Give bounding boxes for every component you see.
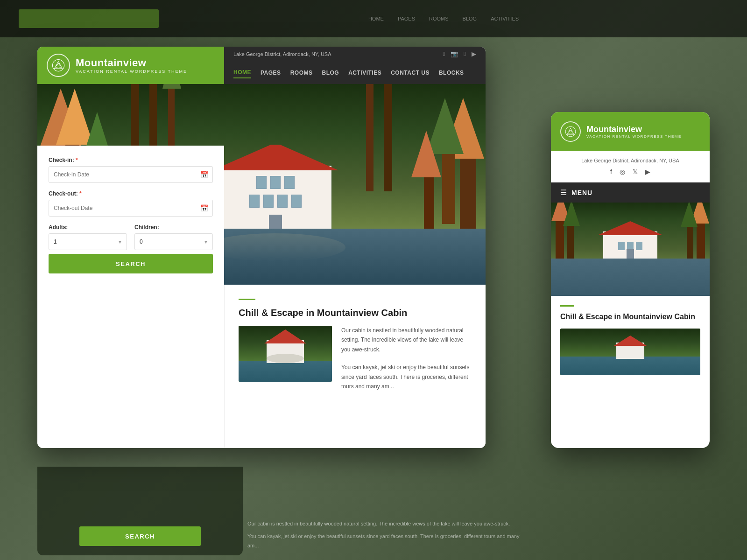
checkout-calendar-icon: 📅 xyxy=(200,204,208,212)
top-bg-green-block xyxy=(19,9,159,28)
checkout-input[interactable] xyxy=(49,200,213,217)
mobile-hero-building xyxy=(598,222,663,259)
search-form-panel: Check-in: * 📅 Check-out: * 📅 xyxy=(37,146,224,285)
nav-blocks[interactable]: BLOCKS xyxy=(439,70,464,78)
top-bg-nav-4: BLOG xyxy=(463,16,477,21)
mobile-hero xyxy=(551,203,710,296)
desktop-brand-sub: VACATION RENTAL WORDPRESS THEME xyxy=(76,69,187,74)
mobile-youtube-icon[interactable]: ▶ xyxy=(645,168,650,175)
mobile-instagram-icon[interactable]: ◎ xyxy=(620,168,625,175)
top-bg-nav-5: ACTIVITIES xyxy=(491,16,519,21)
desktop-logo-area: Mountainview VACATION RENTAL WORDPRESS T… xyxy=(37,47,224,84)
desktop-header: Mountainview VACATION RENTAL WORDPRESS T… xyxy=(37,47,486,84)
hero-building xyxy=(205,147,345,231)
bottom-blur-left: SEARCH xyxy=(37,467,243,555)
nav-contact-us[interactable]: CONTACT US xyxy=(391,70,430,78)
content-title: Chill & Escape in Mountainview Cabin xyxy=(239,308,472,318)
content-body: Our cabin is nestled in beautifully wood… xyxy=(239,326,472,391)
desktop-content: Chill & Escape in Mountainview Cabin Our… xyxy=(37,285,486,448)
checkin-input-wrapper: 📅 xyxy=(49,166,213,183)
checkin-input[interactable] xyxy=(49,166,213,183)
desktop-logo-icon xyxy=(47,54,70,77)
svg-marker-3 xyxy=(567,128,574,134)
content-thumbnail xyxy=(239,326,332,382)
bottom-text-1: Our cabin is nestled in beautifully wood… xyxy=(247,519,528,529)
mobile-menu-label: MENU xyxy=(571,189,592,196)
checkin-required: * xyxy=(76,157,78,163)
nav-activities[interactable]: ACTIVITIES xyxy=(348,70,381,78)
mobile-nav[interactable]: ☰ MENU xyxy=(551,182,710,203)
bottom-search-button[interactable]: SEARCH xyxy=(79,526,201,546)
desktop-nav-area: Lake George District, Adirondack, NY, US… xyxy=(224,47,486,84)
top-bg-nav-3: ROOMS xyxy=(429,16,449,21)
mobile-brand-name: Mountainview xyxy=(586,125,682,134)
mobile-mockup: Mountainview VACATION RENTAL WORDPRESS T… xyxy=(551,112,710,448)
desktop-content-left-pad xyxy=(37,285,224,448)
mobile-facebook-icon[interactable]: f xyxy=(610,168,612,175)
checkin-group: Check-in: * 📅 xyxy=(49,157,213,183)
checkout-input-wrapper: 📅 xyxy=(49,200,213,217)
nav-home[interactable]: HOME xyxy=(233,69,251,78)
bottom-right-content: Our cabin is nestled in beautifully wood… xyxy=(247,519,528,551)
mobile-content: Chill & Escape in Mountainview Cabin xyxy=(551,296,710,385)
thumb-lake xyxy=(239,361,332,382)
thumb-roof xyxy=(264,329,306,343)
checkout-group: Check-out: * 📅 xyxy=(49,190,213,217)
mobile-logo-icon xyxy=(560,121,581,142)
top-bg-nav: HOME PAGES ROOMS BLOG ACTIVITIES xyxy=(159,16,728,21)
nav-pages[interactable]: PAGES xyxy=(261,70,281,78)
mobile-hero-water xyxy=(551,259,710,296)
checkout-label: Check-out: * xyxy=(49,190,213,197)
mobile-thumb-roof xyxy=(614,336,647,346)
desktop-nav-top: Lake George District, Adirondack, NY, US… xyxy=(233,50,476,57)
hamburger-icon: ☰ xyxy=(560,188,567,197)
checkin-calendar-icon: 📅 xyxy=(200,171,208,178)
desktop-nav-links: HOME PAGES ROOMS BLOG ACTIVITIES CONTACT… xyxy=(233,69,476,80)
desktop-social-icons:  📷  ▶ xyxy=(443,50,477,57)
checkin-label: Check-in: * xyxy=(49,157,213,163)
children-select-wrapper: 0 1 2 3 ▼ xyxy=(134,233,213,250)
mobile-thumb-water xyxy=(560,357,700,375)
top-bg-nav-1: HOME xyxy=(368,16,384,21)
desktop-mockup: Mountainview VACATION RENTAL WORDPRESS T… xyxy=(37,47,486,448)
mobile-content-title: Chill & Escape in Mountainview Cabin xyxy=(560,312,700,322)
mobile-content-divider xyxy=(560,305,574,307)
svg-marker-1 xyxy=(55,62,63,69)
content-divider xyxy=(239,299,255,300)
guests-row: Adults: 1 2 3 4 ▼ Children: xyxy=(49,224,213,250)
children-label: Children: xyxy=(134,224,213,231)
checkout-required: * xyxy=(79,190,82,197)
top-bg-nav-2: PAGES xyxy=(398,16,415,21)
mobile-info-bar: Lake George District, Adirondack, NY, US… xyxy=(551,151,710,182)
desktop-content-right: Chill & Escape in Mountainview Cabin Our… xyxy=(224,285,486,448)
nav-blog[interactable]: BLOG xyxy=(322,70,339,78)
mobile-twitter-icon[interactable]: 𝕏 xyxy=(633,168,638,175)
mobile-logo-text: Mountainview VACATION RENTAL WORDPRESS T… xyxy=(586,125,682,139)
desktop-brand-name: Mountainview xyxy=(76,57,187,69)
bottom-text-2: You can kayak, jet ski or enjoy the beau… xyxy=(247,532,528,551)
adults-label: Adults: xyxy=(49,224,127,231)
top-bg-bar: HOME PAGES ROOMS BLOG ACTIVITIES xyxy=(0,0,747,37)
thumb-reflection xyxy=(239,354,332,363)
desktop-logo-text: Mountainview VACATION RENTAL WORDPRESS T… xyxy=(76,57,187,74)
mobile-header: Mountainview VACATION RENTAL WORDPRESS T… xyxy=(551,112,710,151)
mobile-location: Lake George District, Adirondack, NY, US… xyxy=(560,158,700,163)
facebook-icon[interactable]:  xyxy=(443,50,445,57)
instagram-icon[interactable]: 📷 xyxy=(451,50,458,57)
children-col: Children: 0 1 2 3 ▼ xyxy=(134,224,213,250)
search-button[interactable]: SEARCH xyxy=(49,254,213,273)
children-select[interactable]: 0 1 2 3 xyxy=(134,233,213,250)
adults-select[interactable]: 1 2 3 4 xyxy=(49,233,127,250)
mobile-brand-sub: VACATION RENTAL WORDPRESS THEME xyxy=(586,134,682,139)
adults-select-wrapper: 1 2 3 4 ▼ xyxy=(49,233,127,250)
mobile-thumbnail xyxy=(560,329,700,375)
youtube-icon[interactable]: ▶ xyxy=(472,50,476,57)
desktop-location: Lake George District, Adirondack, NY, US… xyxy=(233,51,331,57)
twitter-icon[interactable]:  xyxy=(464,50,466,57)
desktop-hero: Check-in: * 📅 Check-out: * 📅 xyxy=(37,84,486,285)
mobile-social: f ◎ 𝕏 ▶ xyxy=(560,168,700,175)
adults-col: Adults: 1 2 3 4 ▼ xyxy=(49,224,127,250)
nav-rooms[interactable]: ROOMS xyxy=(290,70,313,78)
